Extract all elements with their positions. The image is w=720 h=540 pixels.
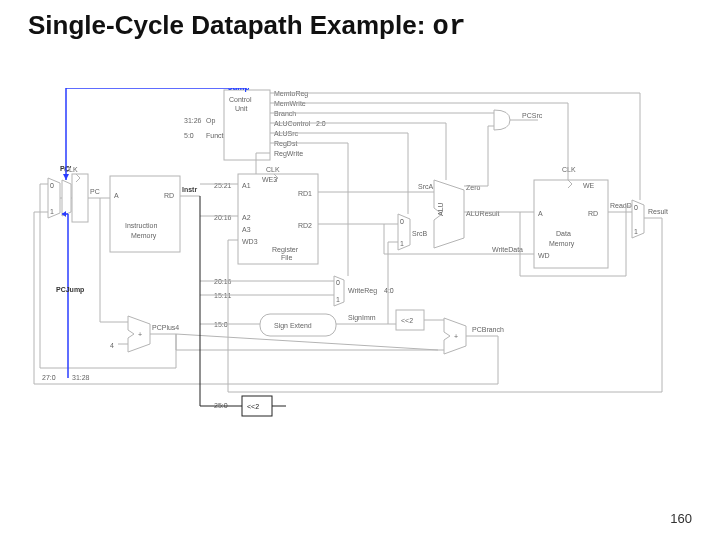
shift2b-label: <<2 <box>247 403 259 410</box>
mux0-label: 0 <box>50 182 54 189</box>
rf-rd1: RD1 <box>298 190 312 197</box>
mux-regdst-0: 0 <box>336 279 340 286</box>
regdst-label: RegDst <box>274 140 297 148</box>
result-label: Result <box>648 208 668 215</box>
memtoreg-label: MemtoReg <box>274 90 308 98</box>
alu-label: ALU <box>437 202 444 216</box>
instr-label: Instr <box>182 186 197 193</box>
imem-port-rd: RD <box>164 192 174 199</box>
bits-25-21: 25:21 <box>214 182 232 189</box>
signimm-label: SignImm <box>348 314 376 322</box>
mux-regdst-1: 1 <box>336 296 340 303</box>
dm-port-wd: WD <box>538 252 550 259</box>
rf-we3: WE3 <box>262 176 277 183</box>
pcbranch-label: PCBranch <box>472 326 504 333</box>
mux-mtr-0: 0 <box>634 204 638 211</box>
sign-extend-label: Sign Extend <box>274 322 312 330</box>
srcb-label: SrcB <box>412 230 428 237</box>
mux1-label: 1 <box>50 208 54 215</box>
adder-pcbranch-plus: + <box>454 333 458 340</box>
dm-we: WE <box>583 182 595 189</box>
rf-rd2: RD2 <box>298 222 312 229</box>
pc-label: PC <box>90 188 100 195</box>
rf-wd3: WD3 <box>242 238 258 245</box>
imem-label-1: Instruction <box>125 222 157 229</box>
clk-label-rf: CLK <box>266 166 280 173</box>
bits-31-28: 31:28 <box>72 374 90 381</box>
srca-label: SrcA <box>418 183 434 190</box>
op-label: Op <box>206 117 215 125</box>
pcplus4-label: PCPlus4 <box>152 324 179 331</box>
dmem-label-2: Memory <box>549 240 575 248</box>
four-label: 4 <box>110 342 114 349</box>
imem-port-a: A <box>114 192 119 199</box>
aluresult-label: ALUResult <box>466 210 500 217</box>
regfile-label-1: Register <box>272 246 299 254</box>
clk-label-dm: CLK <box>562 166 576 173</box>
shift2a-label: <<2 <box>401 317 413 324</box>
mux-mtr-1: 1 <box>634 228 638 235</box>
writedata-label: WriteData <box>492 246 523 253</box>
bits-31-26: 31:26 <box>184 117 202 124</box>
mux-jump <box>62 180 71 216</box>
funct-label: Funct <box>206 132 224 139</box>
bits-5-0: 5:0 <box>184 132 194 139</box>
pc-register <box>72 174 88 222</box>
pcsrc-label: PCSrc <box>522 112 543 119</box>
writereg-bits: 4:0 <box>384 287 394 294</box>
pcjump-label: PCJump <box>56 286 84 294</box>
datapath-diagram: 0 1 CLK PC' PC A RD Instruction Memory I… <box>28 88 692 468</box>
page-number: 160 <box>670 511 692 526</box>
instruction-memory <box>110 176 180 252</box>
title-instruction: or <box>433 12 466 42</box>
adder-pc4-plus: + <box>138 331 142 338</box>
bits-27-0: 27:0 <box>42 374 56 381</box>
dmem-label-1: Data <box>556 230 571 237</box>
control-unit-label-2: Unit <box>235 105 248 112</box>
mux-alusrc-1: 1 <box>400 240 404 247</box>
regwrite-label: RegWrite <box>274 150 303 158</box>
title-prefix: Single-Cycle Datapath Example: <box>28 10 433 40</box>
and-gate-branch <box>494 110 510 130</box>
imem-label-2: Memory <box>131 232 157 240</box>
dm-port-a: A <box>538 210 543 217</box>
rf-a3: A3 <box>242 226 251 233</box>
regfile-label-2: File <box>281 254 292 261</box>
mux-alusrc-0: 0 <box>400 218 404 225</box>
zero-label: Zero <box>466 184 481 191</box>
writereg-label: WriteReg <box>348 287 377 295</box>
svg-marker-60 <box>63 174 69 180</box>
dm-port-rd: RD <box>588 210 598 217</box>
rf-a2: A2 <box>242 214 251 221</box>
rf-a1: A1 <box>242 182 251 189</box>
bits-20-16: 20:16 <box>214 214 232 221</box>
control-unit-label-1: Control <box>229 96 252 103</box>
